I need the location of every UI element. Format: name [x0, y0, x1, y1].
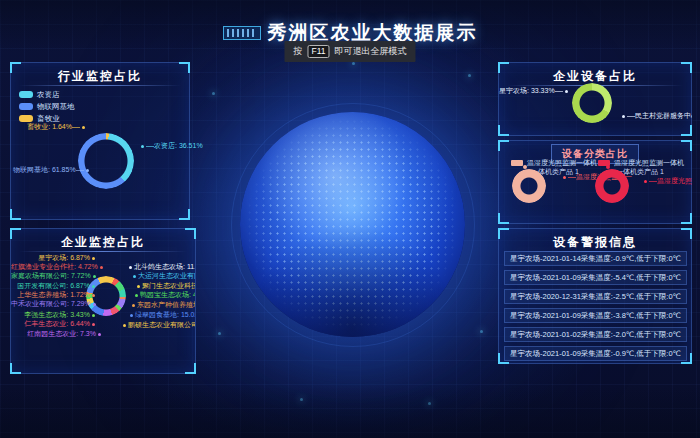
logo [223, 26, 261, 40]
alarm-row: 星宇农场-2021-01-02采集温度:-2.0℃,低于下限:0℃ [504, 327, 687, 342]
panel-device-class: 设备分类占比 温湿度光照监测一体机 一体机类产品 1 温湿度光照监测一 温湿度光… [498, 140, 692, 224]
f11-key: F11 [307, 45, 329, 58]
chart-label: 星宇农场: 6.87% [11, 254, 97, 262]
chart-label: 家庭农场有限公司: 7.72% [11, 272, 97, 280]
device-class-left-donut[interactable] [512, 169, 546, 203]
panel-alarms: 设备警报信息 星宇农场-2021-01-14采集温度:-0.9℃,低于下限:0℃… [498, 228, 692, 364]
panel-enterprise: 企业监控占比 星宇农场: 6.87% 红旗渔业专业合作社: 4.72% 家庭农场… [10, 228, 196, 374]
legend-item-wulianwang[interactable]: 物联网基地 [19, 103, 75, 111]
chart-label: 仁丰生态农业: 6.44% [11, 320, 97, 328]
legend-swatch [19, 103, 33, 110]
corner-accent [10, 209, 21, 220]
chart-label: 李强生态农场: 3.43% [11, 311, 97, 319]
chart-callout-right: 温湿度光照监测一 [642, 177, 692, 185]
alarm-row: 星宇农场-2020-12-31采集温度:-2.5℃,低于下限:0℃ [504, 289, 687, 304]
mini-slice-dot-right [606, 165, 610, 169]
panel-title: 设备警报信息 [499, 234, 691, 251]
legend-label: 温湿度光照监测一体机 [614, 159, 684, 166]
title-divider [19, 85, 181, 86]
corner-accent [681, 140, 692, 151]
chart-label: 鹏硕生态农业有限公司: 6.87 [121, 321, 195, 329]
alarm-row: 星宇农场-2021-01-14采集温度:-0.9℃,低于下限:0℃ [504, 251, 687, 266]
chart-label: 东园水产种值养殖场: 1. [130, 301, 195, 309]
chart-label: 红南园生态农业: 7.3% [17, 330, 103, 338]
fullscreen-tip: 按 F11 即可退出全屏模式 [284, 41, 415, 62]
industry-donut-chart[interactable] [78, 133, 134, 189]
device-ratio-donut-chart[interactable] [572, 83, 612, 123]
chart-label: 绿翠园食基地: 15.02% [128, 311, 195, 319]
chart-label-wulianwang: 物联网基地: 61.85% [13, 166, 79, 174]
chart-label-xumuye: 畜牧业: 1.64% [11, 123, 87, 131]
device-class-right-donut[interactable] [595, 169, 629, 203]
panel-title: 企业监控占比 [11, 234, 195, 251]
legend-label: 农资店 [37, 90, 60, 99]
legend-item-nongzidian[interactable]: 农资店 [19, 91, 60, 99]
corner-accent [179, 209, 190, 220]
mini-slice-dot-left [523, 165, 527, 169]
panel-title: 行业监控占比 [11, 68, 189, 85]
legend-label: 畜牧业 [37, 114, 60, 123]
title-divider [19, 251, 187, 252]
legend-swatch [19, 115, 33, 122]
chart-label-xingyu: 星宇农场: 33.33% [499, 87, 567, 95]
chart-label: 中禾农业有限公司: 7.29% [11, 300, 97, 308]
panel-industry: 行业监控占比 农资店 物联网基地 畜牧业 畜牧业: 1.64% 农资店: 36.… [10, 62, 190, 220]
corner-accent [681, 125, 692, 136]
chart-label: 鸭园宝生态农场: 4.29 [133, 291, 195, 299]
corner-accent [681, 213, 692, 224]
corner-accent [498, 213, 509, 224]
corner-accent [185, 363, 196, 374]
corner-accent [498, 125, 509, 136]
alarm-row: 星宇农场-2021-01-09采集温度:-5.4℃,低于下限:0℃ [504, 270, 687, 285]
corner-accent [10, 363, 21, 374]
chart-label-minzhucun: 民主村党群服务中心: [620, 112, 692, 120]
tip-suffix: 即可退出全屏模式 [335, 47, 407, 56]
alarm-row: 星宇农场-2021-01-09采集温度:-3.8℃,低于下限:0℃ [504, 308, 687, 323]
chart-label: 国开发有限公司: 6.87% [11, 282, 97, 290]
chart-label: 聚门生态农业科技有限公 [135, 282, 195, 290]
legend-label: 物联网基地 [37, 102, 75, 111]
legend-swatch [511, 160, 523, 166]
chart-label: 红旗渔业专业合作社: 4.72% [11, 263, 97, 271]
alarm-row: 星宇农场-2021-01-09采集温度:-0.9℃,低于下限:0℃ [504, 346, 687, 361]
legend-item-right[interactable]: 温湿度光照监测一体机 [598, 159, 684, 166]
legend-swatch [19, 91, 33, 98]
legend-label: 温湿度光照监测一体机 [527, 159, 597, 166]
panel-device-ratio: 企业设备占比 星宇农场: 33.33% 民主村党群服务中心: [498, 62, 692, 136]
corner-accent [498, 140, 509, 151]
chart-label-nongzidian: 农资店: 36.51% [139, 142, 203, 150]
legend-item-xumuye[interactable]: 畜牧业 [19, 115, 60, 123]
chart-label: 上华生态养殖场: 1.72% [11, 291, 97, 299]
tip-prefix: 按 [293, 47, 302, 56]
chart-label: 大运河生态农业有限责任公 [131, 272, 195, 280]
chart-label: 北斗鸽生态农场: 11.16% [127, 263, 195, 271]
